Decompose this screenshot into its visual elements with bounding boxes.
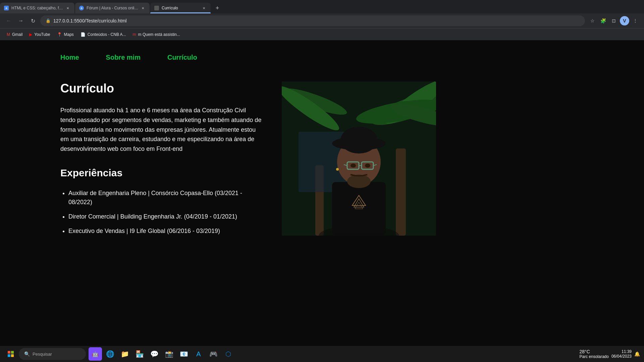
taskbar-datetime: 11:39 06/04/2023 (611, 349, 632, 359)
win-logo-blue (8, 354, 10, 357)
nav-right-icons: ☆ 🧩 ⊡ V ⋮ (588, 16, 640, 25)
bookmark-quem[interactable]: m m Quem está assistin... (130, 31, 183, 38)
svg-point-15 (340, 127, 377, 154)
experience-list: Auxiliar de Engenharia Pleno | Consórcio… (60, 189, 262, 236)
experiences-title: Experiências (60, 167, 262, 179)
taskbar-instagram[interactable]: 📸 (162, 347, 176, 361)
taskbar-mail[interactable]: 📧 (177, 347, 191, 361)
nav-home[interactable]: Home (60, 54, 79, 61)
bookmarks-bar: M Gmail ▶ YouTube 📍 Maps 📄 Conteúdos - C… (0, 28, 644, 40)
taskbar-ms-store[interactable]: 🏪 (133, 347, 146, 361)
tab-favicon-2: a (79, 6, 84, 10)
main-content: Currículo Profissional atuando há 1 ano … (0, 68, 644, 254)
tab-favicon-1: a (4, 6, 9, 10)
taskbar-notification[interactable]: 🔔 (634, 351, 640, 357)
win-logo-green (11, 351, 14, 354)
tab-label-3: Currículo (162, 6, 178, 10)
address-text: 127.0.0.1:5500/Teste/currículo.html (53, 18, 127, 23)
profile-icon[interactable]: V (620, 16, 629, 25)
taskbar-cortana[interactable]: 🤖 (89, 347, 102, 361)
tab-forum[interactable]: a Fórum | Alura - Cursos online de... ✕ (75, 3, 150, 13)
bookmark-quem-label: m Quem está assistin... (138, 32, 180, 37)
tab-html-css[interactable]: a HTML e CSS: cabeçalho, footer e... ✕ (0, 3, 74, 13)
weather-info: 28°C Parc ensolarado (580, 349, 609, 359)
taskbar-alura[interactable]: A (192, 347, 205, 361)
tab-close-1[interactable]: ✕ (65, 5, 70, 11)
experience-item-1: Auxiliar de Engenharia Pleno | Consórcio… (68, 189, 262, 207)
svg-point-27 (336, 168, 339, 171)
tab-close-2[interactable]: ✕ (140, 5, 146, 11)
forward-button[interactable]: → (16, 16, 25, 25)
nav-sobre-mim[interactable]: Sobre mim (106, 54, 141, 61)
weather-desc: Parc ensolarado (580, 354, 609, 359)
reload-button[interactable]: ↻ (28, 16, 38, 25)
taskbar-apps: 🤖 🌐 📁 🏪 💬 📸 📧 A 🎮 ⬡ (89, 347, 235, 361)
win-logo-yellow (11, 354, 14, 357)
taskbar-discord[interactable]: 🎮 (207, 347, 220, 361)
win-logo-red (8, 351, 10, 354)
site-nav: Home Sobre mim Currículo (0, 40, 644, 68)
tab-bar: a HTML e CSS: cabeçalho, footer e... ✕ a… (0, 0, 644, 13)
taskbar-search[interactable]: 🔍 Pesquisar (19, 348, 86, 360)
taskbar-search-icon: 🔍 (24, 351, 30, 357)
bookmark-maps[interactable]: 📍 Maps (54, 31, 76, 38)
page-content: Home Sobre mim Currículo Currículo Profi… (0, 40, 644, 346)
bookmark-gmail[interactable]: M Gmail (4, 31, 25, 38)
weather-temp: 28°C (580, 349, 609, 354)
photo-background (282, 81, 436, 236)
taskbar-files[interactable]: 📁 (118, 347, 131, 361)
bookmark-cnb-label: Conteúdos - CNB A... (88, 32, 126, 37)
nav-bar: ← → ↻ 🔒 127.0.0.1:5500/Teste/currículo.h… (0, 13, 644, 28)
nav-curriculo[interactable]: Currículo (167, 54, 197, 61)
cnb-favicon: 📄 (80, 32, 86, 37)
left-content: Currículo Profissional atuando há 1 ano … (60, 81, 262, 241)
taskbar-time-display: 11:39 (611, 349, 632, 354)
profile-photo (282, 81, 436, 236)
tab-label-2: Fórum | Alura - Cursos online de... (87, 6, 140, 10)
bookmark-cnb[interactable]: 📄 Conteúdos - CNB A... (78, 31, 129, 38)
svg-point-22 (365, 164, 370, 168)
taskbar: 🔍 Pesquisar 🤖 🌐 📁 🏪 💬 📸 📧 A 🎮 ⬡ 28°C Par… (0, 346, 644, 362)
quem-favicon: m (133, 32, 136, 37)
tab-active-indicator (150, 12, 211, 13)
bookmark-youtube-label: YouTube (34, 32, 50, 37)
page-description: Profissional atuando há 1 ano e 6 meses … (60, 106, 262, 154)
svg-point-23 (347, 175, 371, 188)
new-tab-button[interactable]: + (213, 3, 222, 13)
tab-curriculo[interactable]: Currículo ✕ (150, 3, 211, 13)
svg-rect-7 (396, 148, 406, 236)
taskbar-whatsapp[interactable]: 💬 (148, 347, 161, 361)
browser-chrome: a HTML e CSS: cabeçalho, footer e... ✕ a… (0, 0, 644, 40)
split-screen-icon[interactable]: ⊡ (609, 16, 619, 25)
experience-item-2: Diretor Comercial | Building Engenharia … (68, 212, 262, 221)
taskbar-vscode[interactable]: ⬡ (221, 347, 235, 361)
gmail-favicon: M (7, 32, 10, 37)
svg-point-21 (351, 164, 356, 168)
page-title: Currículo (60, 81, 262, 96)
maps-favicon: 📍 (57, 32, 62, 37)
taskbar-right: 28°C Parc ensolarado 11:39 06/04/2023 🔔 (580, 349, 640, 359)
windows-logo (8, 351, 14, 357)
bookmark-youtube[interactable]: ▶ YouTube (26, 31, 53, 38)
extensions-icon[interactable]: 🧩 (598, 16, 608, 25)
bookmark-icon[interactable]: ☆ (588, 16, 597, 25)
back-button[interactable]: ← (4, 16, 13, 25)
lock-icon: 🔒 (46, 18, 51, 23)
taskbar-search-placeholder: Pesquisar (33, 352, 52, 357)
taskbar-chrome[interactable]: 🌐 (103, 347, 117, 361)
start-button[interactable] (4, 347, 17, 361)
youtube-favicon: ▶ (29, 32, 32, 37)
experience-item-3: Executivo de Vendas | I9 Life Global (06… (68, 227, 262, 236)
address-bar[interactable]: 🔒 127.0.0.1:5500/Teste/currículo.html (40, 15, 585, 26)
tab-label-1: HTML e CSS: cabeçalho, footer e... (11, 6, 65, 10)
more-menu-button[interactable]: ⋮ (631, 16, 640, 25)
taskbar-date-display: 06/04/2023 (611, 354, 632, 359)
bookmark-maps-label: Maps (64, 32, 74, 37)
tab-favicon-3 (154, 6, 159, 10)
bookmark-gmail-label: Gmail (12, 32, 22, 37)
tab-close-3[interactable]: ✕ (201, 5, 207, 11)
